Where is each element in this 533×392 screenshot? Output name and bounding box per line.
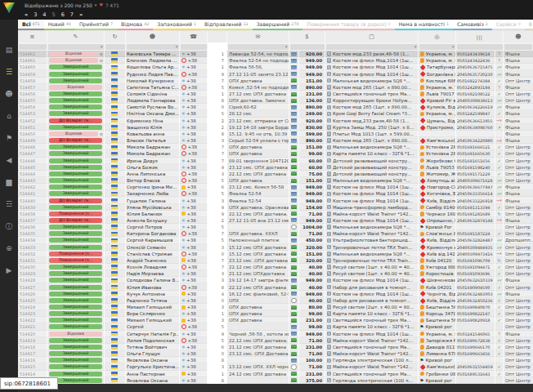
- table-row[interactable]: 514456 Завершений⊙ Соломія Сідоніна +38 …: [18, 91, 533, 97]
- table-row[interactable]: 514451 Завершений⊙ Іващенко Юлія +38 2 1…: [18, 124, 533, 131]
- table-row[interactable]: 514429 Завершений⊙ Надія Мерзаєва +38 3 …: [18, 270, 533, 277]
- table-row[interactable]: 514421 Завершений⊙ Сергей +38 5 99.00 1К…: [18, 323, 533, 330]
- table-row[interactable]: 514453 Завершений⊙ Нікітіна Оксана Дми..…: [18, 110, 533, 117]
- table-row[interactable]: 514448 Завершений⊙ Микола Бадражан +38 7…: [18, 144, 533, 150]
- table-row[interactable]: 514434 Завершений⊙ Сергей Карамышев +38 …: [18, 237, 533, 243]
- table-row[interactable]: 514416 Завершений⊙ Яковлева Оксана +38 8…: [18, 357, 533, 363]
- table-row[interactable]: 514457 Відмова⊙ Сапегина Татьяна С... +3…: [18, 84, 533, 91]
- table-row[interactable]: 514462 Відмова⊙ Каневська Тамара ... +38…: [18, 51, 533, 57]
- table-row[interactable]: 514447 Завершений⊙ Микола Бадражан +38 7…: [18, 150, 533, 157]
- table-row[interactable]: 514426 Завершений⊙ Кучук Антонина +38 4 …: [18, 291, 533, 297]
- table-row[interactable]: 514436 Завершений⊙ Сергей Петров +38 5 1…: [18, 224, 533, 230]
- page-number[interactable]: 5: [52, 11, 55, 18]
- filter-destination[interactable]: ▾: [419, 44, 455, 50]
- page-number[interactable]: 6: [61, 11, 65, 18]
- table-row[interactable]: 514418 Завершений⊙ Тетяна Войтович +38 6…: [18, 344, 533, 350]
- table-row[interactable]: 514419 Завершений⊙ Лилия Подолинская +38…: [18, 337, 533, 344]
- column-header-payment[interactable]: $: [289, 31, 325, 42]
- customers-icon[interactable]: ☻: [0, 83, 18, 105]
- table-row[interactable]: 514461 Відмова⊙ Близнюк Людмила ... +38 …: [18, 57, 533, 64]
- table-row[interactable]: 514423 Завершений⊙ Вера Скляренко +38 1 …: [18, 310, 533, 317]
- table-row[interactable]: 514432 Повернення (з...⊙ Станіслав Стриж…: [18, 251, 533, 257]
- finance-icon[interactable]: ⌂: [0, 105, 18, 127]
- status-tab[interactable]: Самовивіз2: [453, 20, 492, 30]
- table-row[interactable]: 514422 Завершений⊙ Михаил Гилецький +38 …: [18, 317, 533, 323]
- table-row[interactable]: 514458 Завершений⊙ Николай Кучеренко +38…: [18, 78, 533, 84]
- table-row[interactable]: 514420 Відмова⊙ Ситарчук Наталія Гр... +…: [18, 331, 533, 337]
- tags-icon[interactable]: ⚑: [0, 127, 18, 149]
- column-header-id[interactable]: ≡: [18, 31, 47, 42]
- first-page-button[interactable]: «: [25, 11, 28, 18]
- column-header-destination[interactable]: ◎: [419, 31, 456, 42]
- column-header-status[interactable]: ✎: [47, 31, 105, 42]
- table-row[interactable]: 514454 Завершений⊙ Самотій Руслана Во...…: [18, 104, 533, 110]
- column-header-phone[interactable]: ☎: [180, 31, 208, 42]
- reports-icon[interactable]: ▆: [0, 172, 18, 194]
- table-row[interactable]: 514446 Завершений⊙ Ирина Дидух +38 7 09.…: [18, 158, 533, 164]
- filter-product[interactable]: ▾: [326, 44, 418, 50]
- table-row[interactable]: 514440 ДО Возврат ск...⊙ Гуцалюк Галина …: [18, 197, 533, 203]
- table-row[interactable]: 514427 Завершений⊙ Юлия Иванова +38 8 22…: [18, 283, 533, 290]
- filter-customer[interactable]: ▾: [127, 44, 179, 50]
- filter-status[interactable]: ▾: [48, 44, 104, 50]
- filter-sync[interactable]: [105, 44, 125, 50]
- filter-comment[interactable]: ▾: [228, 44, 289, 50]
- table-row[interactable]: 514455 Завершений⊙ Людмила Гончарова +38…: [18, 97, 533, 104]
- table-row[interactable]: 514431 Повернення (з...⊙ Андрій Ткаченко…: [18, 257, 533, 264]
- shown-range-label[interactable]: Відображено з 200 по 250: [25, 2, 92, 8]
- info-icon[interactable]: ⓘ: [0, 216, 18, 238]
- dashboard-icon[interactable]: ▤: [0, 39, 18, 61]
- settings-sliders-icon[interactable]: ☲: [0, 194, 18, 216]
- status-tab[interactable]: Прийнятий7: [75, 20, 117, 30]
- last-page-button[interactable]: »: [79, 11, 83, 18]
- table-row[interactable]: 514433 Завершений⊙ Олексій Семанін +38 3…: [18, 244, 533, 251]
- favorite-filter-icon[interactable]: ♥: [99, 2, 103, 7]
- table-row[interactable]: 514430 Завершений⊙ Ксенія Левадняя +38 7…: [18, 264, 533, 270]
- status-tab[interactable]: Новий48: [44, 20, 75, 30]
- table-row[interactable]: 514459 Завершений⊙ Руденко Лидия Пав... …: [18, 70, 533, 77]
- table-row[interactable]: 514417 Завершений⊙ Ольга Глущук +38 0 23…: [18, 350, 533, 357]
- table-row[interactable]: 514428 Завершений⊙ Солодкова Галина В...…: [18, 277, 533, 283]
- table-row[interactable]: 514444 Завершений⊙ Анна Липенська +38 3 …: [18, 171, 533, 177]
- column-header-comment[interactable]: ✉: [227, 31, 289, 42]
- table-row[interactable]: 514445 Завершений⊙ Ольга Божик +38 9 23.…: [18, 164, 533, 171]
- filter-team[interactable]: [504, 44, 532, 50]
- announcements-icon[interactable]: ◀: [0, 149, 18, 172]
- table-row[interactable]: 514424 Завершений⊙ Михаил Гилецький +38 …: [18, 304, 533, 310]
- column-header-sync[interactable]: ↻: [105, 31, 126, 42]
- table-row[interactable]: 514443 Завершений⊙ Віктор Власов +38 5 О…: [18, 177, 533, 184]
- page-number[interactable]: 3: [34, 11, 37, 18]
- column-header-team[interactable]: ☻: [504, 31, 533, 42]
- column-header-product[interactable]: ▢: [325, 31, 419, 42]
- status-tab[interactable]: Завершений278: [253, 20, 303, 30]
- table-row[interactable]: 514413 Завершений⊙ Яковлева Оксана +38 8…: [18, 377, 533, 384]
- table-row[interactable]: 514449 ДО Возврат ск...⊙ Власюк Наталья …: [18, 137, 533, 144]
- filter-id[interactable]: [19, 44, 47, 50]
- status-tab[interactable]: Сервіси0: [492, 20, 525, 30]
- filter-tracking[interactable]: [457, 44, 503, 50]
- table-row[interactable]: 514425 Завершений⊙ Радченко Тетяна +38 0…: [18, 297, 533, 304]
- table-row[interactable]: 514439 Завершений⊙ Уляна Мусійовська +38…: [18, 204, 533, 211]
- filter-phone[interactable]: [181, 44, 207, 50]
- table-row[interactable]: 514460 Завершений⊙ Кошелева Ольга Ар... …: [18, 64, 533, 70]
- table-row[interactable]: 514450 Відмова⊙ Ковальова анна +38 8 15.…: [18, 131, 533, 137]
- column-header-calls[interactable]: [208, 31, 227, 42]
- table-row[interactable]: 514415 Завершений⊙ Горгулько Христина...…: [18, 363, 533, 370]
- table-row[interactable]: 514435 Завершений⊙ Катерина Богданова +3…: [18, 230, 533, 237]
- status-tab[interactable]: Всі471: [18, 20, 44, 30]
- table-row[interactable]: 514437 ДО Возврат ск...⊙ Анжела Безушку …: [18, 217, 533, 224]
- status-tab[interactable]: Нема в наявності1: [395, 20, 453, 30]
- table-row[interactable]: 514441 Завершений⊙ Захарченко Люба +38 5…: [18, 190, 533, 197]
- status-tab[interactable]: Відправлений12: [200, 20, 253, 30]
- table-row[interactable]: 514438 Повернення (з...⊙ Юлия Баланюк +3…: [18, 211, 533, 217]
- page-number[interactable]: 7: [70, 11, 74, 18]
- chevron-down-icon[interactable]: ▾: [95, 2, 97, 7]
- table-row[interactable]: 514414 Завершений⊙ Анна Пастернак +38 1 …: [18, 371, 533, 377]
- table-row[interactable]: 514452 ДО Возврат ск...⊙ Єфименко Ніна +…: [18, 118, 533, 124]
- video-icon[interactable]: ▶: [0, 260, 18, 282]
- filter-payment[interactable]: [290, 44, 325, 50]
- status-tab[interactable]: Відмова42: [117, 20, 153, 30]
- orders-icon[interactable]: ☰: [0, 61, 18, 83]
- status-tab[interactable]: В дорозі додому0: [525, 20, 533, 30]
- column-header-customer[interactable]: ☻: [126, 31, 180, 42]
